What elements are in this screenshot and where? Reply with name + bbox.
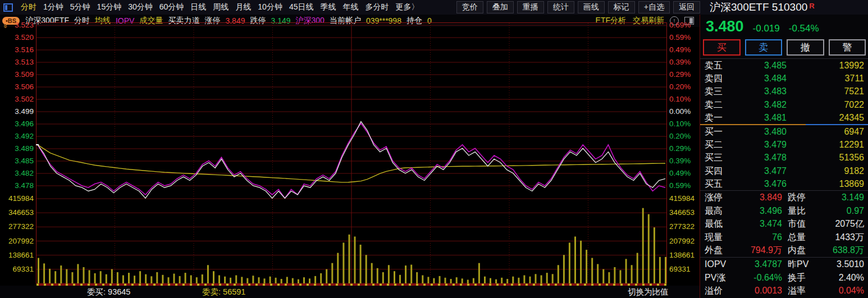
toolbar-button-返回[interactable]: 返回 (673, 1, 700, 13)
book-volume: 3711 (787, 72, 864, 85)
stat-label: 溢率 (782, 284, 819, 297)
axis-tick-label: 0.20% (669, 132, 691, 141)
axis-tick-label: 3.496 (0, 120, 34, 129)
order-book-row-buy[interactable]: 买一3.4806947 (700, 125, 868, 138)
top-toolbar: 分时1分钟5分钟15分钟30分钟60分钟日线周线月线10分钟45日线季线年线多分… (0, 0, 868, 15)
toolbar-button-重播[interactable]: 重播 (517, 1, 544, 13)
order-book-row-sell[interactable]: 卖三3.4837521 (700, 85, 868, 98)
stat-label: 市值 (782, 217, 819, 231)
app-window-icon[interactable] (3, 3, 13, 12)
symbol-title: 沪深300ETF 510300R (702, 0, 868, 15)
sell-button[interactable]: 卖 (745, 39, 783, 56)
menu-item-季线[interactable]: 季线 (317, 2, 339, 12)
stat-label: IOPV (705, 258, 734, 271)
toolbar-button-+自选[interactable]: +自选 (638, 1, 670, 13)
axis-tick-label: 0.00% (669, 107, 691, 116)
book-price: 3.482 (737, 98, 787, 111)
axis-tick-label: 0.20% (669, 82, 691, 91)
book-price: 3.477 (737, 164, 787, 177)
toolbar-button-画线[interactable]: 画线 (578, 1, 605, 13)
menu-item-分时[interactable]: 分时 (17, 2, 40, 12)
order-book-row-sell[interactable]: 卖五3.48513992 (700, 59, 868, 72)
toolbar-button-叠加[interactable]: 叠加 (487, 1, 514, 13)
order-book-row-buy[interactable]: 买三3.47851356 (700, 151, 868, 164)
book-label: 买一 (705, 125, 737, 138)
menu-item-30分钟[interactable]: 30分钟 (125, 2, 156, 12)
menu-item-60分钟[interactable]: 60分钟 (156, 2, 188, 12)
book-label: 买五 (705, 177, 737, 190)
axis-tick-label: 138661 (669, 251, 695, 260)
stat-value: 2075亿 (819, 217, 864, 231)
menu-item-周线[interactable]: 周线 (209, 2, 232, 12)
book-price: 3.480 (737, 125, 787, 138)
menu-item-5分钟[interactable]: 5分钟 (67, 2, 94, 12)
order-book-row-buy[interactable]: 买四3.4779182 (700, 164, 868, 177)
axis-tick-label: 3.523 (0, 21, 34, 30)
iopv-grid: IOPV3.4787昨PV3.5010PV涨-0.64%换手2.40%溢价0.0… (700, 257, 868, 297)
order-book-row-buy[interactable]: 买二3.47912291 (700, 138, 868, 151)
menu-item-多分时[interactable]: 多分时 (362, 2, 392, 12)
book-price: 3.478 (737, 151, 787, 164)
stat-value: 1433万 (819, 231, 864, 244)
cancel-order-button[interactable]: 撤 (787, 39, 824, 56)
axis-tick-label: 207992 (0, 237, 34, 246)
axis-tick-label: 3.502 (0, 95, 34, 104)
axis-tick-label: 415984 (669, 194, 695, 203)
axis-tick-label: 0.39% (669, 58, 691, 67)
price-change: -0.019 (753, 23, 780, 34)
close-icon[interactable]: × (656, 286, 661, 296)
order-book-row-sell[interactable]: 卖四3.4843711 (700, 72, 868, 85)
margin-flag: R (809, 2, 814, 10)
axis-tick-label: 346653 (669, 208, 695, 217)
stat-value: 0.0013 (734, 284, 782, 297)
stat-value: 76 (734, 231, 782, 244)
book-price: 3.485 (737, 59, 787, 72)
menu-item-更多〉[interactable]: 更多〉 (392, 2, 422, 12)
axis-tick-label: 3.499 (0, 107, 34, 116)
toggle-ratio-link[interactable]: 切换为比值 (628, 287, 669, 297)
menu-item-1分钟[interactable]: 1分钟 (40, 2, 67, 12)
menu-item-45日线[interactable]: 45日线 (286, 2, 317, 12)
axis-tick-label: 0.69% (669, 21, 691, 30)
axis-tick-label: 415984 (0, 194, 34, 203)
menu-item-日线[interactable]: 日线 (187, 2, 209, 12)
toolbar-button-竞价[interactable]: 竞价 (456, 1, 483, 13)
order-book-row-buy[interactable]: 买五3.47613869 (700, 177, 868, 190)
axis-tick-label: 3.478 (0, 181, 34, 190)
book-volume: 51356 (787, 151, 864, 164)
stat-label: 最高 (705, 204, 734, 218)
stat-row: IOPV3.4787昨PV3.5010 (700, 258, 868, 271)
book-volume: 7022 (787, 98, 864, 111)
axis-tick-label: 138661 (0, 251, 34, 260)
axis-tick-label: 0.49% (669, 169, 691, 178)
toolbar-button-标记[interactable]: 标记 (608, 1, 635, 13)
axis-tick-label: 3.513 (0, 58, 34, 67)
trade-buttons: 买卖撤警 (703, 39, 866, 56)
ask-total: 委卖: 56591 (202, 287, 245, 297)
axis-tick-label: 0.39% (669, 157, 691, 166)
book-price: 3.476 (737, 177, 787, 190)
quote-panel: 3.480 -0.019 -0.54% 买卖撤警 卖五3.48513992卖四3… (700, 15, 868, 298)
stat-row: 最低3.474市值2075亿 (700, 217, 868, 231)
book-volume: 12291 (787, 138, 864, 151)
axis-tick-label: 3.520 (0, 33, 34, 42)
book-label: 卖二 (705, 98, 737, 111)
menu-item-15分钟[interactable]: 15分钟 (94, 2, 125, 12)
menu-item-10分钟[interactable]: 10分钟 (254, 2, 286, 12)
axis-tick-label: 207992 (669, 237, 695, 246)
order-book-row-sell[interactable]: 卖一3.48124345 (700, 111, 868, 124)
menu-item-年线[interactable]: 年线 (339, 2, 362, 12)
chart-canvas[interactable] (36, 22, 667, 286)
axis-tick-label: 277322 (0, 222, 34, 231)
buy-button[interactable]: 买 (703, 39, 741, 56)
menu-item-月线[interactable]: 月线 (232, 2, 254, 12)
stat-value: 2.40% (819, 271, 864, 285)
order-book-row-sell[interactable]: 卖二3.4827022 (700, 98, 868, 111)
alert-button[interactable]: 警 (829, 39, 866, 56)
axis-tick-label: 3.482 (0, 169, 34, 178)
stat-label: 内盘 (782, 244, 819, 257)
stat-value: 794.9万 (734, 244, 782, 257)
axis-tick-label: 0.59% (669, 33, 691, 42)
toolbar-button-统计[interactable]: 统计 (547, 1, 574, 13)
stat-row: 涨停3.849跌停3.149 (700, 191, 868, 204)
